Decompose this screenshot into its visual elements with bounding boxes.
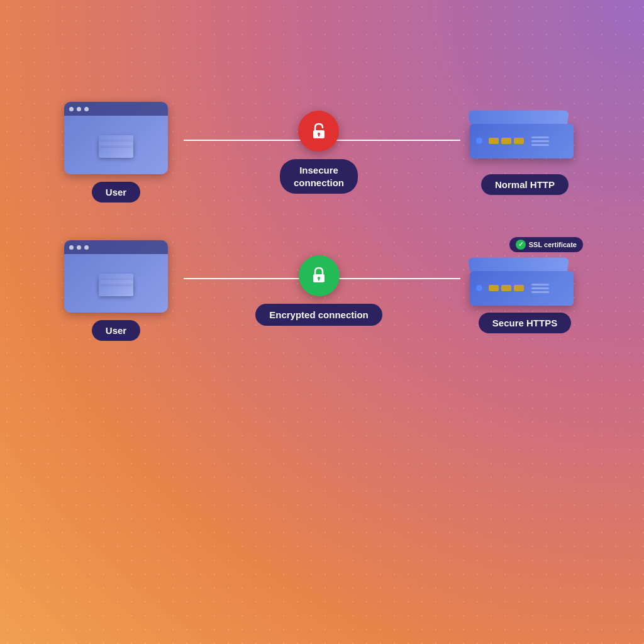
server-dot-light-http	[476, 138, 482, 144]
lock-icon	[309, 265, 329, 286]
server-ports-https	[489, 285, 524, 291]
server-port-2	[501, 138, 511, 144]
server-line-5	[531, 287, 549, 289]
layer-1	[99, 148, 133, 158]
layers-icon-http	[99, 133, 133, 158]
titlebar-dot-4	[69, 245, 74, 250]
ssl-certificate-badge: ✓ SSL certificate	[509, 237, 583, 252]
lock-insecure: Insecureconnection	[280, 111, 358, 194]
server-front-http	[470, 124, 574, 158]
server-lines-http	[531, 136, 549, 146]
titlebar-dot-2	[77, 107, 81, 111]
server-top-http	[468, 110, 569, 123]
https-row: User Encrypted connection	[64, 240, 580, 341]
server-lines-https	[531, 284, 549, 293]
server-line-3	[531, 144, 549, 146]
server-label-http: Normal HTTP	[481, 174, 569, 195]
titlebar-dot-1	[69, 107, 74, 111]
diagram: User Insecureconnection	[64, 102, 580, 542]
user-label-https: User	[92, 320, 140, 341]
server-ports-http	[489, 138, 524, 144]
lock-circle-green	[299, 255, 340, 296]
ssl-label: SSL certificate	[529, 241, 577, 248]
lock-circle-red	[298, 111, 339, 152]
titlebar-dot-3	[84, 107, 89, 111]
server-front-https	[470, 271, 574, 306]
user-browser-https: User	[64, 240, 168, 341]
browser-body-http	[64, 116, 168, 174]
layers-icon-https	[99, 271, 133, 296]
server-port-6	[514, 285, 524, 291]
server-http: Normal HTTP	[470, 110, 580, 195]
ssl-check-icon: ✓	[516, 240, 526, 250]
server-label-https: Secure HTTPS	[479, 313, 571, 333]
svg-rect-2	[318, 134, 319, 136]
server-line-6	[531, 291, 549, 293]
titlebar-dot-6	[84, 245, 89, 250]
server-port-1	[489, 138, 499, 144]
server-unit-http	[470, 110, 580, 167]
browser-body-https	[64, 254, 168, 313]
server-port-3	[514, 138, 524, 144]
server-port-5	[501, 285, 511, 291]
server-top-https	[468, 257, 569, 270]
connection-label-insecure: Insecureconnection	[280, 159, 358, 194]
server-line-2	[531, 140, 549, 142]
server-https: ✓ SSL certificate	[470, 248, 580, 333]
browser-titlebar-https	[64, 240, 168, 254]
browser-window-https	[64, 240, 168, 313]
user-label-http: User	[92, 182, 140, 203]
background: User Insecureconnection	[0, 0, 644, 644]
browser-window-http	[64, 102, 168, 174]
http-row: User Insecureconnection	[64, 102, 580, 203]
connection-label-encrypted: Encrypted connection	[255, 304, 382, 326]
server-dot-light-https	[476, 285, 482, 291]
unlock-icon	[309, 121, 329, 142]
user-browser-http: User	[64, 102, 168, 203]
titlebar-dot-5	[77, 245, 81, 250]
server-line-4	[531, 284, 549, 286]
server-line-1	[531, 136, 549, 138]
server-unit-https: ✓ SSL certificate	[470, 248, 580, 305]
lock-secure: Encrypted connection	[255, 255, 382, 326]
svg-rect-5	[318, 278, 319, 280]
server-port-4	[489, 285, 499, 291]
browser-titlebar-http	[64, 102, 168, 116]
server-3d-https	[470, 257, 580, 308]
layer-1b	[99, 286, 133, 296]
server-3d-http	[470, 110, 580, 160]
